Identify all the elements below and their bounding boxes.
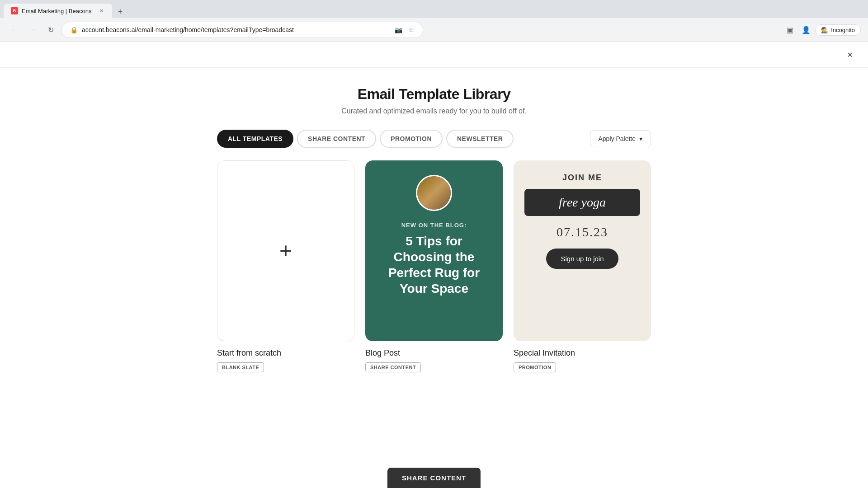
- blog-new-label: NEW ON THE BLOG:: [401, 222, 467, 229]
- tab-close-button[interactable]: ✕: [98, 7, 105, 14]
- chevron-down-icon: ▾: [639, 135, 642, 142]
- card-name-invitation: Special Invitation: [514, 348, 651, 358]
- filter-tab-all-templates[interactable]: ALL TEMPLATES: [217, 130, 293, 148]
- page-header: Email Template Library Curated and optim…: [217, 86, 651, 115]
- lock-icon: 🔒: [69, 25, 78, 34]
- blog-card-preview: NEW ON THE BLOG: 5 Tips for Choosing the…: [365, 160, 503, 341]
- avatar-image: [417, 176, 451, 210]
- active-tab[interactable]: B Email Marketing | Beacons ✕: [4, 4, 112, 18]
- filter-tab-share-content[interactable]: SHARE CONTENT: [297, 130, 376, 148]
- inv-event-title: free yoga: [559, 195, 606, 209]
- card-name-blank: Start from scratch: [217, 348, 354, 358]
- apply-palette-label: Apply Palette: [599, 135, 636, 142]
- template-card-invitation[interactable]: JOIN ME free yoga 07.15.23 Sign up to jo…: [514, 160, 651, 376]
- card-info-blank: Start from scratch BLANK SLATE: [217, 341, 354, 376]
- blank-card-preview: +: [217, 160, 354, 341]
- add-icon: +: [279, 240, 292, 262]
- tab-favicon: B: [11, 7, 18, 14]
- blog-avatar: [416, 175, 452, 211]
- incognito-icon: 🕵️: [821, 27, 828, 33]
- apply-palette-button[interactable]: Apply Palette ▾: [590, 130, 651, 147]
- filter-tabs: ALL TEMPLATES SHARE CONTENT PROMOTION NE…: [217, 130, 514, 148]
- filter-tab-promotion[interactable]: PROMOTION: [380, 130, 443, 148]
- card-info-invitation: Special Invitation PROMOTION: [514, 341, 651, 376]
- reload-button[interactable]: ↻: [43, 23, 58, 37]
- inv-date: 07.15.23: [557, 225, 608, 239]
- star-icon[interactable]: ☆: [406, 25, 415, 34]
- url-text: account.beacons.ai/email-marketing/home/…: [82, 26, 390, 33]
- page-subtitle: Curated and optimized emails ready for y…: [217, 107, 651, 115]
- card-badge-blank[interactable]: BLANK SLATE: [217, 362, 264, 372]
- invitation-card-preview: JOIN ME free yoga 07.15.23 Sign up to jo…: [514, 160, 651, 341]
- filter-row: ALL TEMPLATES SHARE CONTENT PROMOTION NE…: [217, 130, 651, 148]
- browser-chrome: B Email Marketing | Beacons ✕ + ← → ↻ 🔒 …: [0, 0, 868, 42]
- incognito-badge: 🕵️ Incognito: [815, 24, 861, 36]
- card-badge-blog[interactable]: SHARE CONTENT: [365, 362, 421, 372]
- inv-cta-button[interactable]: Sign up to join: [546, 249, 618, 269]
- template-card-blog[interactable]: NEW ON THE BLOG: 5 Tips for Choosing the…: [365, 160, 503, 376]
- side-panel-button[interactable]: ▣: [783, 23, 797, 37]
- blog-title-text: 5 Tips for Choosing the Perfect Rug for …: [376, 233, 492, 296]
- main-content: Email Template Library Curated and optim…: [208, 68, 660, 403]
- card-info-blog: Blog Post SHARE CONTENT: [365, 341, 503, 376]
- address-bar-icons: 📷 ☆: [394, 25, 415, 34]
- incognito-label: Incognito: [831, 27, 855, 33]
- camera-icon[interactable]: 📷: [394, 25, 403, 34]
- template-card-blank[interactable]: + Start from scratch BLANK SLATE: [217, 160, 354, 376]
- cards-grid: + Start from scratch BLANK SLATE NEW ON …: [217, 160, 651, 376]
- profile-button[interactable]: 👤: [799, 23, 813, 37]
- page-title: Email Template Library: [217, 86, 651, 103]
- address-bar-row: ← → ↻ 🔒 account.beacons.ai/email-marketi…: [0, 18, 868, 42]
- bottom-share-content-button[interactable]: SHARE CONTENT: [387, 468, 481, 488]
- browser-right-icons: ▣ 👤 🕵️ Incognito: [783, 23, 861, 37]
- modal-close-button[interactable]: ×: [843, 47, 857, 62]
- tab-bar: B Email Marketing | Beacons ✕ +: [0, 0, 868, 18]
- card-name-blog: Blog Post: [365, 348, 503, 358]
- tab-title: Email Marketing | Beacons: [22, 8, 94, 14]
- page-close-area: ×: [0, 42, 868, 68]
- card-badge-invitation[interactable]: PROMOTION: [514, 362, 556, 372]
- inv-title-bar: free yoga: [524, 189, 640, 216]
- inv-join-label: JOIN ME: [562, 173, 602, 183]
- forward-button[interactable]: →: [25, 23, 40, 37]
- filter-tab-newsletter[interactable]: NEWSLETTER: [446, 130, 514, 148]
- new-tab-button[interactable]: +: [114, 5, 127, 18]
- back-button[interactable]: ←: [7, 23, 22, 37]
- address-bar[interactable]: 🔒 account.beacons.ai/email-marketing/hom…: [61, 22, 423, 38]
